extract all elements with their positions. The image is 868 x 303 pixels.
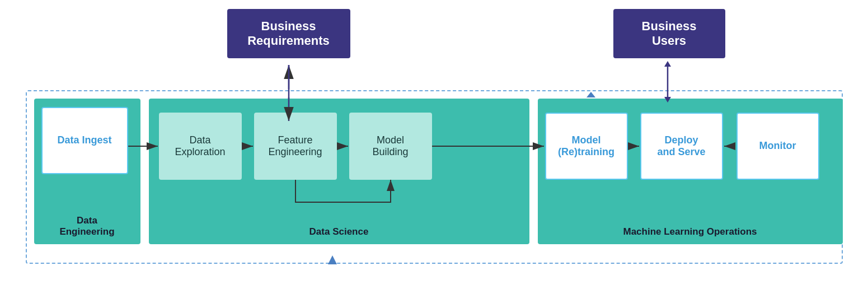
business-requirements-label: Business Requirements — [247, 19, 330, 48]
feature-engineering-box: FeatureEngineering — [254, 113, 337, 180]
data-engineering-label: DataEngineering — [34, 215, 140, 237]
data-science-label: Data Science — [149, 226, 529, 237]
mlops-label: Machine Learning Operations — [538, 226, 843, 237]
model-building-box: ModelBuilding — [349, 113, 432, 180]
data-ingest-label: Data Ingest — [57, 134, 111, 146]
data-exploration-label: DataExploration — [175, 134, 225, 158]
data-ingest-box: Data Ingest — [41, 107, 128, 174]
model-building-label: ModelBuilding — [372, 134, 408, 158]
feature-engineering-label: FeatureEngineering — [268, 134, 322, 158]
deploy-serve-box: Deployand Serve — [640, 113, 723, 180]
business-users-label: Business Users — [642, 19, 697, 48]
business-requirements-box: Business Requirements — [227, 9, 350, 58]
model-retraining-box: Model(Re)training — [545, 113, 628, 180]
svg-marker-18 — [664, 61, 671, 67]
business-users-box: Business Users — [613, 9, 725, 58]
model-retraining-label: Model(Re)training — [558, 134, 614, 158]
data-exploration-box: DataExploration — [159, 113, 242, 180]
diagram-container: Business Requirements Business Users Dat… — [20, 9, 848, 295]
monitor-label: Monitor — [759, 140, 796, 152]
deploy-serve-label: Deployand Serve — [657, 134, 705, 158]
monitor-box: Monitor — [736, 113, 819, 180]
